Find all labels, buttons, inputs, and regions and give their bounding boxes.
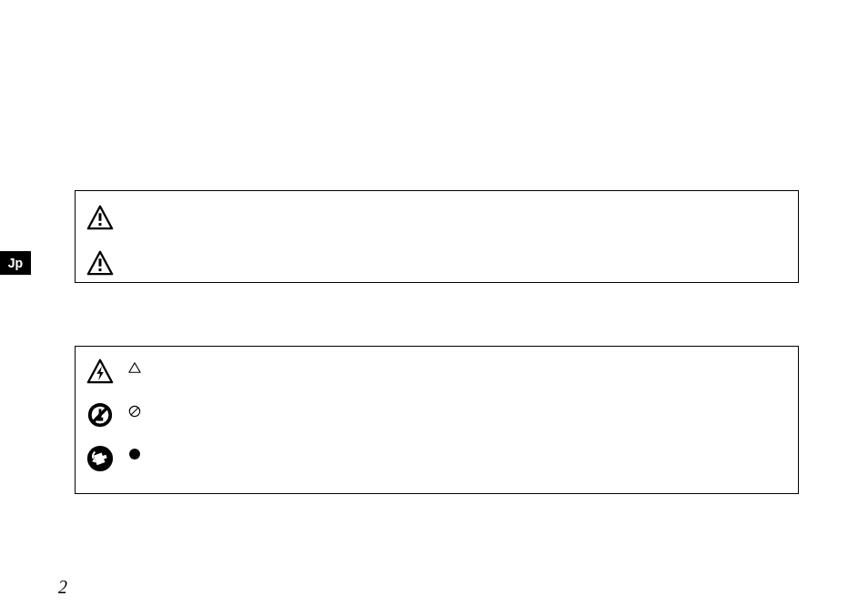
warning-exclamation-icon bbox=[86, 204, 114, 231]
icon-column bbox=[86, 204, 114, 277]
manual-page: Jp bbox=[0, 0, 868, 616]
svg-rect-8 bbox=[97, 418, 104, 421]
svg-rect-3 bbox=[99, 268, 102, 271]
prohibited-disassemble-icon bbox=[86, 401, 114, 429]
svg-rect-2 bbox=[99, 258, 102, 266]
svg-rect-7 bbox=[99, 409, 102, 418]
page-number: 2 bbox=[58, 577, 67, 598]
warning-exclamation-icon bbox=[86, 249, 114, 277]
svg-rect-0 bbox=[99, 213, 102, 220]
language-tab: Jp bbox=[0, 251, 31, 275]
svg-rect-1 bbox=[99, 223, 102, 226]
mandatory-unplug-icon bbox=[86, 445, 114, 472]
warning-lightning-icon bbox=[86, 358, 114, 385]
large-icon-column bbox=[86, 358, 114, 472]
svg-line-11 bbox=[131, 408, 138, 415]
language-label: Jp bbox=[8, 256, 23, 270]
notice-box-1 bbox=[75, 190, 799, 283]
filled-dot-icon bbox=[129, 449, 140, 459]
triangle-outline-icon bbox=[128, 361, 141, 374]
notice-box-2 bbox=[75, 346, 799, 494]
circle-slash-icon bbox=[128, 405, 141, 418]
small-icon-column bbox=[128, 361, 141, 459]
